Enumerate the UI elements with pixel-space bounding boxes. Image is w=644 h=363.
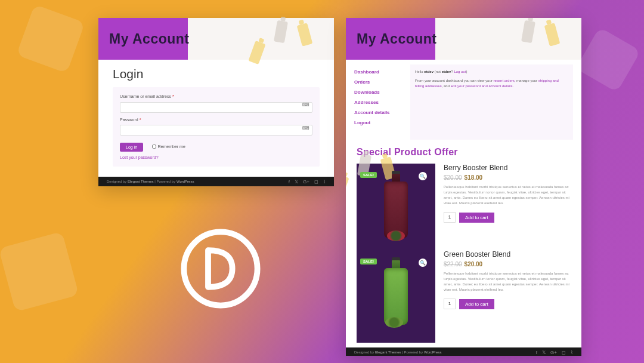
rss-icon[interactable]: ⌇ [323,179,326,184]
password-label: Password * [120,118,312,122]
google-plus-icon[interactable]: G+ [550,350,557,355]
product-green: Green Booster Blend $22.00$20.00 Pellent… [444,250,571,337]
nav-account-details[interactable]: Account details [354,107,408,118]
bg-shape [0,232,79,312]
hero-banner: My Account [98,18,334,60]
decorative-bottle [521,20,535,44]
product-price: $20.00$18.00 [444,174,571,181]
berry-bottle [384,182,408,238]
product-description: Pellentesque habitant morbi tristique se… [444,184,571,206]
quantity-input[interactable]: 1 [444,299,456,309]
special-offer-section: Special Product Offer SALE! 🔍 SALE! 🔍 Be… [346,140,581,356]
user-icon: ⌨ [302,102,309,107]
decorative-bottle [297,23,313,46]
lock-icon: ⌨ [302,125,309,131]
green-bottle [384,268,408,325]
zoom-icon[interactable]: 🔍 [419,259,427,267]
product-name[interactable]: Berry Booster Blend [444,164,571,172]
remember-checkbox[interactable] [152,144,156,149]
nav-logout[interactable]: Logout [354,118,408,128]
footer: Designed by Elegant Themes | Powered by … [346,347,581,356]
account-nav: Dashboard Orders Downloads Addresses Acc… [354,64,408,140]
divi-logo [179,227,262,310]
username-label: Username or email address * [120,94,312,99]
nav-downloads[interactable]: Downloads [354,87,408,97]
nav-dashboard[interactable]: Dashboard [354,67,408,77]
dashboard-content: Hello etdev (not etdev? Log out) From yo… [410,64,573,140]
facebook-icon[interactable]: f [536,350,537,355]
login-panel: My Account Login Username or email addre… [98,18,334,186]
product-name[interactable]: Green Booster Blend [444,250,571,259]
bg-shape [16,4,85,73]
decorative-bottle [274,20,288,44]
twitter-icon[interactable]: 𝕏 [295,179,298,184]
recent-orders-link[interactable]: recent orders [493,79,514,82]
facebook-icon[interactable]: f [289,179,290,184]
remember-me[interactable]: Remember me [152,144,185,149]
username-input[interactable] [120,102,312,113]
product-image-berry[interactable]: SALE! 🔍 [363,170,429,250]
platform-link[interactable]: WordPress [177,180,194,183]
product-berry: Berry Booster Blend $20.00$18.00 Pellent… [444,164,571,250]
password-input[interactable] [120,125,312,136]
instagram-icon[interactable]: ◻ [314,179,318,184]
decorative-bottle [544,23,561,46]
account-panel: My Account Dashboard Orders Downloads Ad… [346,18,581,356]
footer: Designed by Elegant Themes | Powered by … [98,177,334,186]
login-button[interactable]: Log in [120,143,143,152]
sale-badge: SALE! [360,259,377,264]
product-description: Pellentesque habitant morbi tristique se… [444,271,571,293]
rss-icon[interactable]: ⌇ [571,350,573,355]
nav-orders[interactable]: Orders [354,77,408,87]
designer-link[interactable]: Elegant Themes [375,350,401,354]
edit-account-link[interactable]: edit your password and account details [451,84,513,88]
zoom-icon[interactable]: 🔍 [419,172,427,180]
designer-link[interactable]: Elegant Themes [128,180,154,183]
lost-password-link[interactable]: Lost your password? [120,155,312,159]
google-plus-icon[interactable]: G+ [303,179,309,184]
login-heading: Login [113,67,320,81]
page-title: My Account [357,31,437,47]
login-form: Username or email address * ⌨ Password *… [113,87,320,167]
product-image-green[interactable]: SALE! 🔍 [363,256,429,337]
twitter-icon[interactable]: 𝕏 [542,350,546,355]
platform-link[interactable]: WordPress [424,350,442,354]
add-to-cart-button[interactable]: Add to cart [459,213,494,223]
product-price: $22.00$20.00 [444,261,571,267]
product-image-column: SALE! 🔍 SALE! 🔍 [357,164,435,343]
page-title: My Account [109,31,190,47]
logout-link[interactable]: Log out [454,70,466,73]
instagram-icon[interactable]: ◻ [562,350,566,355]
hero-banner: My Account [346,18,581,60]
bg-shape [575,27,640,92]
sale-badge: SALE! [360,172,377,178]
nav-addresses[interactable]: Addresses [354,97,408,107]
add-to-cart-button[interactable]: Add to cart [459,299,494,309]
offer-heading: Special Product Offer [357,147,571,158]
quantity-input[interactable]: 1 [444,212,456,223]
svg-point-0 [184,232,257,305]
